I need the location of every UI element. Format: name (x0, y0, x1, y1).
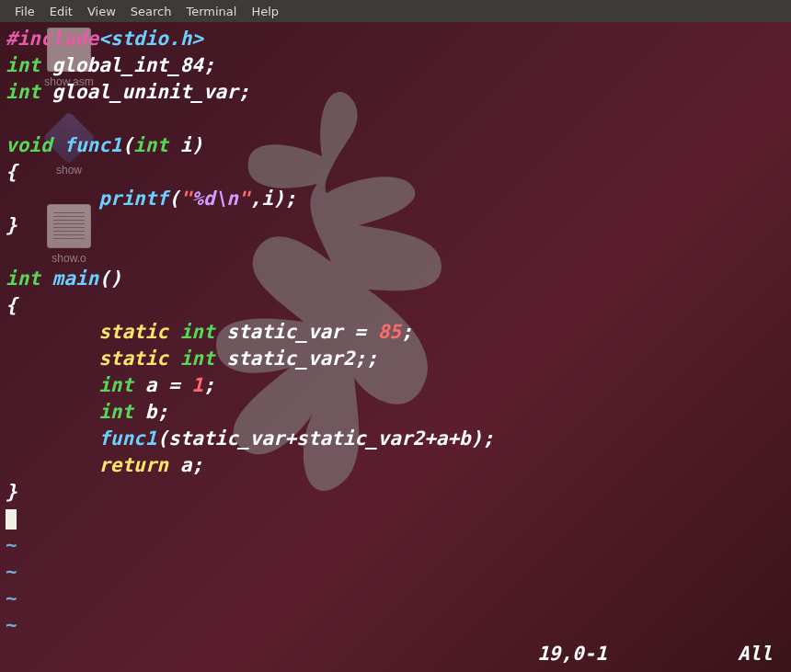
cursor (6, 509, 17, 530)
storage-token: static (98, 347, 168, 370)
type-token: int (133, 134, 168, 156)
brace: { (6, 161, 17, 183)
type-token: void (6, 134, 52, 156)
storage-token: static (98, 321, 168, 343)
cursor-position: 19,0-1 (537, 643, 607, 665)
include-header: <stdio.h> (98, 28, 203, 50)
brace: } (6, 214, 17, 236)
func-name: func1 (63, 134, 121, 156)
code-text: global_int_84; (40, 54, 215, 76)
menu-view[interactable]: View (80, 5, 123, 18)
menu-terminal[interactable]: Terminal (178, 5, 244, 18)
type-token: int (6, 54, 40, 76)
empty-line-tilde: ~ (6, 587, 17, 609)
type-token: int (6, 268, 40, 290)
brace: } (6, 481, 17, 503)
preproc-token: #include (6, 28, 98, 50)
menu-search[interactable]: Search (123, 5, 179, 18)
scroll-percent: All (738, 643, 773, 665)
func-name: printf (98, 188, 168, 210)
vim-statusline: 19,0-1 All (0, 643, 791, 668)
type-token: int (180, 321, 215, 343)
func-name: main (52, 268, 99, 290)
menu-edit[interactable]: Edit (42, 5, 80, 18)
empty-line-tilde: ~ (6, 534, 17, 556)
editor-content[interactable]: #include<stdio.h> int global_int_84; int… (0, 22, 791, 672)
type-token: int (98, 374, 133, 396)
type-token: int (98, 401, 133, 423)
type-token: int (6, 81, 40, 103)
func-name: func1 (98, 427, 156, 450)
format-spec: %d\n (191, 188, 238, 210)
brace: { (6, 294, 17, 316)
empty-line-tilde: ~ (6, 561, 17, 583)
return-token: return (98, 454, 168, 476)
number-token: 85 (378, 321, 401, 343)
menu-bar: File Edit View Search Terminal Help (0, 0, 791, 22)
number-token: 1 (191, 374, 203, 396)
type-token: int (180, 347, 215, 370)
empty-line-tilde: ~ (6, 614, 17, 636)
menu-help[interactable]: Help (244, 5, 286, 18)
menu-file[interactable]: File (7, 5, 42, 18)
code-text: gloal_uninit_var; (40, 81, 250, 103)
